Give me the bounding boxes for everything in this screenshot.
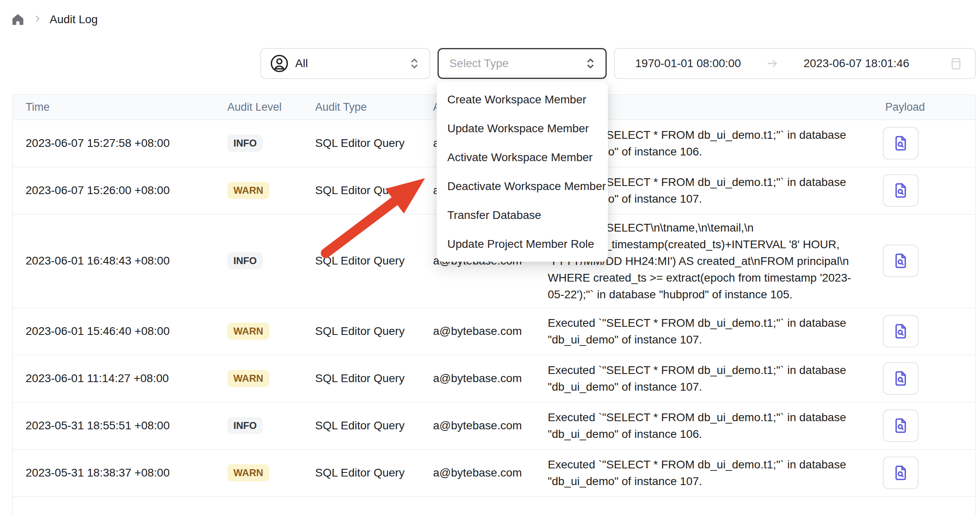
time-cell: 2023-05-31 18:55:51 +08:00: [13, 402, 220, 449]
time-cell: 2023-06-01 11:14:27 +08:00: [13, 355, 220, 402]
updown-chevron-icon: [409, 57, 420, 70]
payload-view-button[interactable]: [883, 362, 919, 395]
audit-level-badge: WARN: [227, 182, 269, 199]
file-search-icon: [892, 181, 909, 199]
audit-type-cell: SQL Editor Query: [303, 402, 421, 449]
audit-level-cell: WARN: [220, 355, 303, 402]
calendar-icon: [950, 57, 962, 70]
audit-level-badge: WARN: [227, 323, 269, 340]
user-circle-icon: [270, 54, 289, 73]
payload-view-button[interactable]: [883, 457, 919, 489]
payload-cell: [865, 355, 976, 402]
payload-view-button[interactable]: [883, 245, 919, 277]
arrow-right-icon: [766, 57, 778, 70]
audit-level-cell: WARN: [220, 308, 303, 355]
audit-level-cell: INFO: [220, 402, 303, 449]
payload-view-button[interactable]: [883, 315, 919, 348]
actor-filter-value: All: [295, 57, 403, 70]
file-search-icon: [892, 370, 909, 387]
payload-view-button[interactable]: [883, 174, 919, 207]
audit-level-badge: INFO: [227, 135, 263, 152]
payload-view-button[interactable]: [883, 127, 919, 160]
actor-cell: a@bytebase.com: [421, 449, 536, 496]
time-cell: 2023-06-01 16:48:43 +08:00: [13, 214, 220, 308]
type-option[interactable]: Update Project Member Role: [437, 230, 608, 258]
audit-level-cell: WARN: [220, 167, 303, 214]
type-option[interactable]: Activate Workspace Member: [437, 143, 608, 172]
filter-bar: All Select Type 1970-01-01 08:00:00 2023…: [260, 48, 976, 79]
table-row: 2023-06-01 15:46:40 +08:00 WARN SQL Edit…: [13, 308, 976, 355]
file-search-icon: [892, 322, 909, 340]
audit-log-page: Audit Log All Select Type 1970-01-01 08:…: [0, 0, 980, 516]
comment-cell: Executed `"SELECT * FROM db_ui_demo.t1;"…: [536, 308, 865, 355]
chevron-right-icon: [33, 15, 41, 24]
date-range-end: 2023-06-07 18:01:46: [804, 57, 909, 70]
audit-level-badge: INFO: [227, 252, 263, 269]
page-title: Audit Log: [50, 13, 98, 26]
comment-cell: Executed `"SELECT * FROM db_ui_demo.t1;"…: [536, 402, 865, 449]
audit-type-cell: SQL Editor Query: [303, 167, 421, 214]
time-cell: 2023-05-31 18:38:37 +08:00: [13, 449, 220, 496]
actor-cell: a@bytebase.com: [421, 308, 536, 355]
actor-cell: a@bytebase.com: [421, 355, 536, 402]
audit-level-cell: INFO: [220, 120, 303, 167]
type-option[interactable]: Transfer Database: [437, 201, 608, 230]
audit-level-badge: INFO: [227, 417, 263, 434]
audit-level-badge: WARN: [227, 370, 269, 387]
payload-cell: [865, 308, 976, 355]
comment-cell: Executed `"SELECT * FROM db_ui_demo.t1;"…: [536, 449, 865, 496]
type-dropdown-menu: Create Workspace MemberUpdate Workspace …: [437, 82, 608, 262]
time-cell: 2023-06-07 15:27:58 +08:00: [13, 120, 220, 167]
file-search-icon: [892, 464, 909, 482]
date-range-start: 1970-01-01 08:00:00: [635, 57, 741, 70]
audit-type-cell: SQL Editor Query: [303, 214, 421, 308]
time-cell: 2023-06-07 15:26:00 +08:00: [13, 167, 220, 214]
audit-level-badge: WARN: [227, 464, 269, 481]
table-row: 2023-05-31 18:38:37 +08:00 WARN SQL Edit…: [13, 449, 976, 496]
table-row: 2023-05-31 18:55:51 +08:00 INFO SQL Edit…: [13, 402, 976, 449]
column-header-audit-level: Audit Level: [220, 95, 303, 120]
audit-type-cell: SQL Editor Query: [303, 120, 421, 167]
column-header-payload: Payload: [865, 95, 976, 120]
file-search-icon: [892, 252, 909, 270]
audit-type-cell: SQL Editor Query: [303, 355, 421, 402]
time-cell: 2023-06-01 15:46:40 +08:00: [13, 308, 220, 355]
payload-cell: [865, 402, 976, 449]
type-option[interactable]: Deactivate Workspace Member: [437, 172, 608, 201]
actor-filter-select[interactable]: All: [260, 48, 430, 79]
file-search-icon: [892, 417, 909, 435]
payload-cell: [865, 167, 976, 214]
actor-cell: a@bytebase.com: [421, 402, 536, 449]
file-search-icon: [892, 134, 909, 152]
type-option[interactable]: Create Workspace Member: [437, 85, 608, 114]
type-option[interactable]: Update Workspace Member: [437, 114, 608, 143]
audit-type-cell: SQL Editor Query: [303, 308, 421, 355]
updown-chevron-icon: [585, 57, 596, 70]
payload-cell: [865, 214, 976, 308]
date-range-picker[interactable]: 1970-01-01 08:00:00 2023-06-07 18:01:46: [614, 48, 976, 79]
payload-cell: [865, 449, 976, 496]
type-filter-placeholder: Select Type: [449, 57, 509, 70]
payload-view-button[interactable]: [883, 409, 919, 442]
comment-cell: Executed `"SELECT * FROM db_ui_demo.t1;"…: [536, 355, 865, 402]
type-filter-select[interactable]: Select Type: [438, 48, 607, 79]
audit-level-cell: WARN: [220, 449, 303, 496]
breadcrumb: Audit Log: [11, 11, 98, 28]
audit-level-cell: INFO: [220, 214, 303, 308]
home-icon[interactable]: [11, 13, 25, 26]
column-header-audit-type: Audit Type: [303, 95, 421, 120]
audit-type-cell: SQL Editor Query: [303, 449, 421, 496]
payload-cell: [865, 120, 976, 167]
column-header-time: Time: [13, 95, 220, 120]
table-row: 2023-06-01 11:14:27 +08:00 WARN SQL Edit…: [13, 355, 976, 402]
